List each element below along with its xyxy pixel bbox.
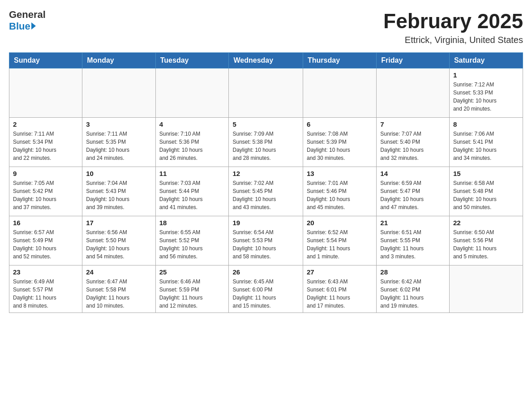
day-info: Sunrise: 7:07 AM Sunset: 5:40 PM Dayligh… [380,130,446,162]
table-row: 12Sunrise: 7:02 AM Sunset: 5:45 PM Dayli… [229,167,303,216]
table-row: 14Sunrise: 6:59 AM Sunset: 5:47 PM Dayli… [377,167,450,216]
day-info: Sunrise: 6:58 AM Sunset: 5:48 PM Dayligh… [453,179,519,211]
location-text: Ettrick, Virginia, United States [383,35,523,45]
calendar-week-row: 1Sunrise: 7:12 AM Sunset: 5:33 PM Daylig… [9,68,523,118]
table-row: 9Sunrise: 7:05 AM Sunset: 5:42 PM Daylig… [9,167,82,216]
day-number: 4 [159,120,225,128]
day-info: Sunrise: 6:51 AM Sunset: 5:55 PM Dayligh… [380,228,446,261]
day-info: Sunrise: 6:43 AM Sunset: 6:01 PM Dayligh… [307,278,373,310]
day-number: 2 [13,120,78,128]
table-row: 24Sunrise: 6:47 AM Sunset: 5:58 PM Dayli… [82,265,155,313]
month-title: February 2025 [383,9,523,33]
day-info: Sunrise: 6:56 AM Sunset: 5:50 PM Dayligh… [86,228,151,261]
table-row [449,265,523,313]
day-number: 11 [159,170,225,177]
day-info: Sunrise: 7:05 AM Sunset: 5:42 PM Dayligh… [13,179,78,211]
day-number: 6 [307,120,373,128]
day-info: Sunrise: 7:02 AM Sunset: 5:45 PM Dayligh… [232,179,299,211]
table-row: 4Sunrise: 7:10 AM Sunset: 5:36 PM Daylig… [155,118,229,167]
title-block: February 2025 Ettrick, Virginia, United … [383,9,523,45]
table-row: 16Sunrise: 6:57 AM Sunset: 5:49 PM Dayli… [9,216,82,265]
day-number: 17 [86,219,151,227]
day-number: 20 [307,219,373,227]
table-row: 15Sunrise: 6:58 AM Sunset: 5:48 PM Dayli… [449,167,523,216]
day-number: 24 [86,268,151,276]
table-row: 18Sunrise: 6:55 AM Sunset: 5:52 PM Dayli… [155,216,229,265]
table-row: 27Sunrise: 6:43 AM Sunset: 6:01 PM Dayli… [303,265,377,313]
table-row [155,68,229,118]
day-number: 26 [232,268,299,276]
day-number: 19 [232,219,299,227]
table-row [82,68,155,118]
table-row: 2Sunrise: 7:11 AM Sunset: 5:34 PM Daylig… [9,118,82,167]
calendar-week-row: 16Sunrise: 6:57 AM Sunset: 5:49 PM Dayli… [9,216,523,265]
day-info: Sunrise: 6:49 AM Sunset: 5:57 PM Dayligh… [13,278,78,310]
weekday-header-monday: Monday [82,53,155,68]
day-number: 9 [13,170,78,177]
day-number: 8 [453,120,519,128]
table-row: 19Sunrise: 6:54 AM Sunset: 5:53 PM Dayli… [229,216,303,265]
table-row: 11Sunrise: 7:03 AM Sunset: 5:44 PM Dayli… [155,167,229,216]
table-row [377,68,450,118]
calendar-week-row: 2Sunrise: 7:11 AM Sunset: 5:34 PM Daylig… [9,118,523,167]
day-info: Sunrise: 6:54 AM Sunset: 5:53 PM Dayligh… [232,228,299,261]
day-number: 1 [453,71,519,79]
day-number: 10 [86,170,151,177]
page-header: General Blue February 2025 Ettrick, Virg… [9,9,523,45]
table-row: 22Sunrise: 6:50 AM Sunset: 5:56 PM Dayli… [449,216,523,265]
day-info: Sunrise: 7:10 AM Sunset: 5:36 PM Dayligh… [159,130,225,162]
table-row: 17Sunrise: 6:56 AM Sunset: 5:50 PM Dayli… [82,216,155,265]
day-info: Sunrise: 7:06 AM Sunset: 5:41 PM Dayligh… [453,130,519,162]
weekday-header-tuesday: Tuesday [155,53,229,68]
day-info: Sunrise: 6:47 AM Sunset: 5:58 PM Dayligh… [86,278,151,310]
day-info: Sunrise: 7:12 AM Sunset: 5:33 PM Dayligh… [453,81,519,113]
day-number: 21 [380,219,446,227]
table-row: 20Sunrise: 6:52 AM Sunset: 5:54 PM Dayli… [303,216,377,265]
day-info: Sunrise: 6:59 AM Sunset: 5:47 PM Dayligh… [380,179,446,211]
table-row: 25Sunrise: 6:46 AM Sunset: 5:59 PM Dayli… [155,265,229,313]
weekday-header-thursday: Thursday [303,53,377,68]
weekday-header-friday: Friday [377,53,450,68]
day-info: Sunrise: 7:08 AM Sunset: 5:39 PM Dayligh… [307,130,373,162]
day-number: 3 [86,120,151,128]
day-info: Sunrise: 6:55 AM Sunset: 5:52 PM Dayligh… [159,228,225,261]
table-row: 26Sunrise: 6:45 AM Sunset: 6:00 PM Dayli… [229,265,303,313]
day-info: Sunrise: 7:09 AM Sunset: 5:38 PM Dayligh… [232,130,299,162]
day-info: Sunrise: 6:45 AM Sunset: 6:00 PM Dayligh… [232,278,299,310]
table-row: 10Sunrise: 7:04 AM Sunset: 5:43 PM Dayli… [82,167,155,216]
table-row: 8Sunrise: 7:06 AM Sunset: 5:41 PM Daylig… [449,118,523,167]
table-row: 28Sunrise: 6:42 AM Sunset: 6:02 PM Dayli… [377,265,450,313]
weekday-header-sunday: Sunday [9,53,82,68]
day-number: 5 [232,120,299,128]
table-row [229,68,303,118]
table-row: 3Sunrise: 7:11 AM Sunset: 5:35 PM Daylig… [82,118,155,167]
day-info: Sunrise: 6:42 AM Sunset: 6:02 PM Dayligh… [380,278,446,310]
day-number: 25 [159,268,225,276]
logo-arrow-icon [31,22,36,30]
day-info: Sunrise: 7:03 AM Sunset: 5:44 PM Dayligh… [159,179,225,211]
day-number: 18 [159,219,225,227]
day-number: 15 [453,170,519,177]
logo: General Blue [9,9,46,32]
calendar-table: SundayMondayTuesdayWednesdayThursdayFrid… [9,52,523,313]
day-info: Sunrise: 6:50 AM Sunset: 5:56 PM Dayligh… [453,228,519,261]
day-number: 28 [380,268,446,276]
calendar-header-row: SundayMondayTuesdayWednesdayThursdayFrid… [9,53,523,68]
day-info: Sunrise: 7:11 AM Sunset: 5:35 PM Dayligh… [86,130,151,162]
weekday-header-wednesday: Wednesday [229,53,303,68]
day-info: Sunrise: 7:11 AM Sunset: 5:34 PM Dayligh… [13,130,78,162]
logo-general-text: General [9,9,46,21]
day-info: Sunrise: 6:46 AM Sunset: 5:59 PM Dayligh… [159,278,225,310]
day-number: 27 [307,268,373,276]
table-row: 5Sunrise: 7:09 AM Sunset: 5:38 PM Daylig… [229,118,303,167]
day-info: Sunrise: 7:01 AM Sunset: 5:46 PM Dayligh… [307,179,373,211]
day-number: 12 [232,170,299,177]
day-number: 22 [453,219,519,227]
table-row: 1Sunrise: 7:12 AM Sunset: 5:33 PM Daylig… [449,68,523,118]
day-number: 14 [380,170,446,177]
table-row: 13Sunrise: 7:01 AM Sunset: 5:46 PM Dayli… [303,167,377,216]
table-row: 7Sunrise: 7:07 AM Sunset: 5:40 PM Daylig… [377,118,450,167]
table-row: 23Sunrise: 6:49 AM Sunset: 5:57 PM Dayli… [9,265,82,313]
day-info: Sunrise: 6:52 AM Sunset: 5:54 PM Dayligh… [307,228,373,261]
day-number: 13 [307,170,373,177]
